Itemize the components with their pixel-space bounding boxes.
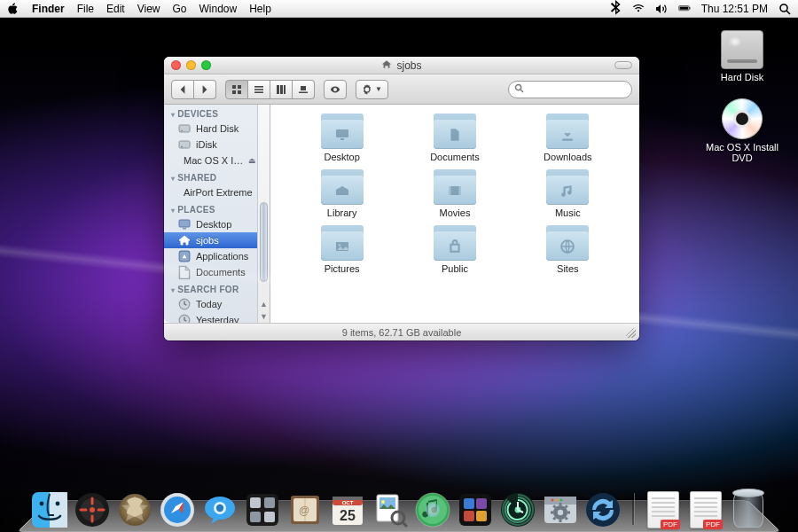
menu-bar: Finder File Edit View Go Window Help Thu… — [0, 0, 798, 18]
folder-label: Music — [555, 207, 581, 218]
sidebar-item-mac-os-x-i-[interactable]: Mac OS X I…⏏ — [164, 153, 257, 168]
dock-ical[interactable]: OCT25 — [329, 491, 366, 528]
sidebar-section-header[interactable]: PLACES — [164, 200, 257, 216]
view-columns-button[interactable] — [270, 80, 293, 99]
sidebar-item-documents[interactable]: Documents — [164, 264, 257, 280]
folder-music[interactable]: Music — [518, 169, 618, 218]
dock-dashboard[interactable] — [74, 491, 111, 528]
svg-rect-81 — [464, 498, 474, 509]
sidebar-item-today[interactable]: Today — [164, 296, 257, 312]
view-coverflow-button[interactable] — [293, 80, 315, 99]
eject-icon[interactable]: ⏏ — [248, 156, 256, 165]
sidebar-scrollbar[interactable]: ▲ ▼ — [257, 105, 270, 323]
menu-help[interactable]: Help — [249, 3, 271, 15]
folder-desktop[interactable]: Desktop — [292, 113, 392, 162]
dock-frontrow[interactable] — [457, 491, 494, 528]
dvd-icon — [722, 98, 763, 139]
svg-line-98 — [566, 518, 567, 520]
sidebar-item-yesterday[interactable]: Yesterday — [164, 312, 257, 323]
dock-finder[interactable] — [31, 491, 68, 528]
folder-icon — [321, 225, 364, 261]
svg-point-17 — [515, 84, 520, 90]
desktop-icon — [178, 218, 191, 231]
menu-clock[interactable]: Thu 12:51 PM — [701, 3, 768, 15]
dock-sysprefs[interactable] — [542, 491, 579, 528]
menu-edit[interactable]: Edit — [106, 3, 125, 15]
minimize-button[interactable] — [186, 60, 196, 70]
status-text: 9 items, 62.71 GB available — [342, 327, 462, 338]
folder-downloads[interactable]: Downloads — [518, 113, 618, 162]
quicklook-button[interactable] — [324, 80, 347, 99]
scroll-thumb[interactable] — [260, 202, 268, 282]
wifi-icon[interactable] — [632, 3, 645, 15]
dock-preview[interactable] — [372, 491, 409, 528]
bluetooth-icon[interactable] — [609, 3, 622, 15]
volume-icon[interactable] — [655, 3, 668, 15]
svg-line-75 — [403, 522, 407, 527]
forward-button[interactable] — [194, 80, 216, 99]
scroll-up-button[interactable]: ▲ — [258, 298, 270, 310]
sidebar-item-label: AirPort Extreme — [184, 187, 253, 198]
view-list-button[interactable] — [248, 80, 270, 99]
dock-sync[interactable] — [584, 491, 622, 528]
sidebar-section-header[interactable]: DEVICES — [164, 105, 257, 121]
resize-grip[interactable] — [626, 328, 636, 338]
dock-addressbook[interactable]: @ — [286, 491, 324, 528]
folder-icon — [434, 113, 476, 149]
sidebar-item-applications[interactable]: Applications — [164, 248, 257, 264]
sidebar-item-idisk[interactable]: iDisk — [164, 137, 257, 153]
folder-documents[interactable]: Documents — [404, 113, 505, 162]
dock-ichat[interactable] — [201, 491, 239, 528]
folder-sites[interactable]: Sites — [518, 225, 618, 274]
sidebar-item-sjobs[interactable]: sjobs — [164, 232, 257, 248]
dock-doc-pdf[interactable]: PDF — [687, 491, 724, 528]
sidebar-section-header[interactable]: SEARCH FOR — [164, 280, 257, 296]
clock-icon — [178, 314, 191, 323]
desktop-hard-disk[interactable]: Hard Disk — [721, 30, 763, 82]
dock-spaces[interactable] — [244, 491, 281, 528]
menu-view[interactable]: View — [137, 3, 160, 15]
svg-point-57 — [216, 505, 223, 512]
sidebar-item-label: Applications — [196, 251, 248, 262]
clock-icon — [178, 298, 191, 310]
sidebar-item-hard-disk[interactable]: Hard Disk — [164, 121, 257, 137]
app-name[interactable]: Finder — [32, 3, 65, 15]
folder-label: Pictures — [325, 263, 360, 274]
folder-icon — [434, 225, 476, 261]
search-input[interactable] — [528, 84, 626, 95]
desktop-icon-label: Hard Disk — [721, 72, 763, 82]
battery-icon[interactable] — [678, 3, 691, 15]
dock-safari[interactable] — [159, 491, 196, 528]
folder-library[interactable]: Library — [292, 169, 392, 218]
dock-timemachine[interactable] — [499, 491, 536, 528]
dock-mail[interactable] — [116, 491, 153, 528]
menu-go[interactable]: Go — [173, 3, 187, 15]
sidebar-item-airport-extreme[interactable]: AirPort Extreme — [164, 184, 257, 200]
desktop-install-dvd[interactable]: Mac OS X Install DVD — [702, 98, 782, 163]
sidebar-item-desktop[interactable]: Desktop — [164, 216, 257, 232]
folder-movies[interactable]: Movies — [404, 169, 505, 218]
action-menu-button[interactable]: ▼ — [356, 80, 388, 99]
folder-pictures[interactable]: Pictures — [292, 225, 392, 274]
dock-doc-pdf[interactable]: PDF — [645, 491, 682, 528]
back-button[interactable] — [171, 80, 194, 99]
spotlight-icon[interactable] — [778, 3, 791, 15]
content-area[interactable]: DesktopDocumentsDownloadsLibraryMoviesMu… — [270, 105, 639, 323]
view-icons-button[interactable] — [225, 80, 248, 99]
folder-public[interactable]: Public — [404, 225, 505, 274]
sidebar-section-header[interactable]: SHARED — [164, 168, 257, 184]
svg-rect-8 — [238, 90, 241, 94]
menu-window[interactable]: Window — [200, 3, 238, 15]
title-bar[interactable]: sjobs — [164, 57, 639, 74]
close-button[interactable] — [171, 60, 181, 70]
search-field[interactable] — [508, 81, 632, 98]
dock-trash[interactable] — [730, 491, 767, 528]
apple-menu-icon[interactable] — [7, 3, 20, 15]
toolbar-toggle-button[interactable] — [614, 61, 632, 69]
zoom-button[interactable] — [201, 60, 211, 70]
desktop-icon-label: Mac OS X Install DVD — [702, 142, 782, 163]
dock-itunes[interactable] — [414, 491, 451, 528]
scroll-down-button[interactable]: ▼ — [258, 310, 270, 323]
svg-line-99 — [553, 518, 555, 520]
menu-file[interactable]: File — [77, 3, 94, 15]
